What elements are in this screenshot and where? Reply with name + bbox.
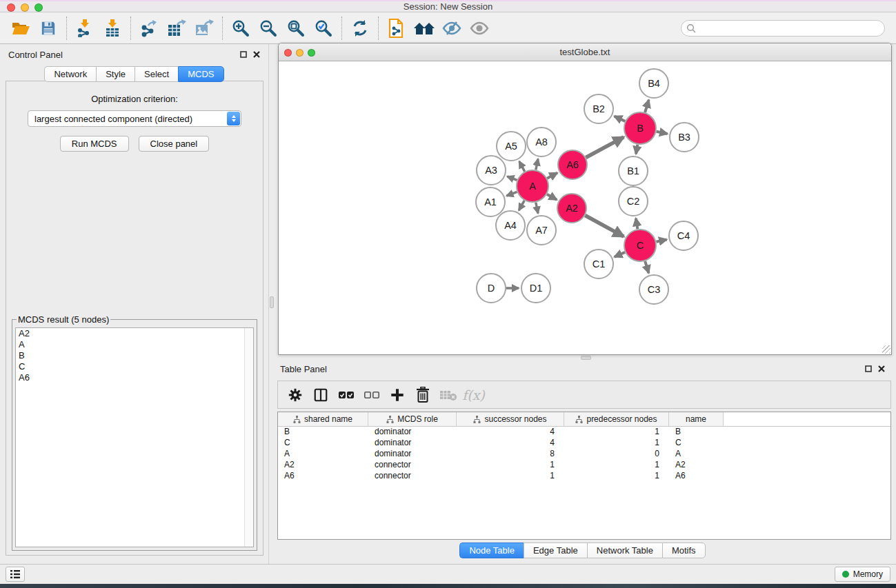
graph-node-B2[interactable]: B2 [584, 94, 613, 123]
table-settings-button[interactable] [283, 384, 306, 406]
net-zoom-icon[interactable] [308, 49, 315, 57]
zoom-fit-button[interactable] [282, 16, 310, 41]
memory-button[interactable]: Memory [835, 567, 890, 582]
graph-edge-C-C4[interactable] [656, 239, 666, 241]
select-all-button[interactable] [335, 384, 357, 406]
split-panel-button[interactable] [309, 384, 332, 406]
table-row[interactable]: Adominator80A [278, 449, 890, 460]
graph-node-D[interactable]: D [477, 274, 506, 303]
close-panel-button[interactable]: Close panel [139, 136, 210, 152]
result-item[interactable]: C [16, 361, 253, 372]
refresh-button[interactable] [346, 16, 374, 41]
result-item[interactable]: A2 [16, 328, 253, 339]
net-minimize-icon[interactable] [296, 49, 303, 57]
network-window-titlebar[interactable]: testGlobe.txt [279, 43, 891, 61]
graph-edge-A-A2[interactable] [547, 194, 557, 200]
tab-mcds[interactable]: MCDS [178, 66, 223, 82]
graph-node-A5[interactable]: A5 [497, 132, 526, 161]
table-row[interactable]: A6connector11A6 [278, 471, 890, 482]
graph-edge-A-A1[interactable] [506, 192, 517, 196]
result-item[interactable]: B [16, 350, 253, 361]
graph-node-C4[interactable]: C4 [669, 221, 698, 250]
graph-edge-B-B2[interactable] [615, 116, 626, 121]
import-table-button[interactable] [99, 16, 126, 41]
graph-edge-A6-B[interactable] [586, 137, 624, 158]
graph-node-B3[interactable]: B3 [670, 123, 699, 152]
graph-edge-C-C2[interactable] [636, 219, 637, 230]
table-row[interactable]: Bdominator41B [278, 427, 890, 438]
graph-node-C[interactable]: C [624, 230, 656, 261]
graph-node-C1[interactable]: C1 [584, 250, 613, 278]
column-header-successor-nodes[interactable]: successor nodes [457, 412, 564, 426]
column-header-shared-name[interactable]: shared name [278, 412, 368, 426]
graph-edge-A-A3[interactable] [507, 176, 517, 180]
zoom-out-button[interactable] [255, 16, 282, 41]
add-column-button[interactable] [386, 384, 408, 406]
homes-button[interactable] [410, 16, 438, 41]
result-item[interactable]: A6 [16, 372, 253, 383]
network-canvas[interactable]: B4B2BB3A5A8A6A3B1AA1C2A2A4A7C4CC1C3DD1 [279, 61, 891, 354]
graph-edge-B-B4[interactable] [645, 100, 649, 112]
share-document-button[interactable] [383, 16, 410, 41]
column-header-predecessor-nodes[interactable]: predecessor nodes [564, 412, 669, 426]
desktop-vertical-scrollbar[interactable] [270, 296, 274, 308]
deselect-all-button[interactable] [360, 384, 383, 406]
close-window-icon[interactable] [7, 3, 15, 12]
delete-column-button[interactable] [411, 384, 434, 406]
graph-edge-A-A5[interactable] [519, 161, 525, 172]
tab-network[interactable]: Network [44, 66, 96, 82]
task-history-button[interactable] [6, 567, 25, 582]
result-scrollbar[interactable] [244, 328, 253, 547]
minimize-window-icon[interactable] [21, 3, 29, 12]
net-close-icon[interactable] [284, 49, 292, 57]
zoom-window-icon[interactable] [34, 3, 43, 12]
zoom-selected-button[interactable] [310, 16, 337, 41]
show-eye-button[interactable] [466, 16, 493, 41]
graph-edge-C-C3[interactable] [645, 261, 648, 273]
graph-node-A2[interactable]: A2 [557, 194, 586, 223]
float-panel-icon[interactable] [865, 365, 872, 372]
graph-node-C2[interactable]: C2 [619, 187, 648, 216]
search-field[interactable] [681, 20, 885, 37]
close-panel-icon[interactable] [878, 365, 885, 372]
column-header-name[interactable]: name [669, 412, 724, 426]
graph-node-D1[interactable]: D1 [521, 274, 550, 303]
graph-node-A6[interactable]: A6 [558, 150, 587, 179]
graph-edge-B-B1[interactable] [636, 145, 637, 154]
save-session-button[interactable] [34, 16, 62, 41]
graph-node-A[interactable]: A [517, 170, 548, 202]
graph-edge-A-A7[interactable] [536, 203, 538, 214]
graph-edge-B-B3[interactable] [657, 132, 668, 134]
graph-edge-C-C1[interactable] [615, 252, 625, 257]
import-network-button[interactable] [71, 16, 99, 41]
open-session-button[interactable] [7, 16, 34, 41]
export-image-button[interactable] [190, 16, 218, 41]
graph-node-C3[interactable]: C3 [639, 275, 668, 304]
table-row[interactable]: A2connector11A2 [278, 460, 890, 471]
graph-node-A4[interactable]: A4 [496, 211, 525, 240]
float-panel-icon[interactable] [240, 51, 247, 58]
graph-node-B1[interactable]: B1 [619, 156, 648, 185]
close-panel-icon[interactable] [253, 51, 260, 58]
graph-edge-A-A8[interactable] [536, 159, 538, 170]
mcds-result-list[interactable]: A2ABCA6 [15, 327, 254, 547]
zoom-in-button[interactable] [227, 16, 255, 41]
graph-node-B4[interactable]: B4 [639, 69, 668, 98]
tab-motifs[interactable]: Motifs [662, 543, 706, 558]
tab-style[interactable]: Style [96, 66, 135, 82]
graph-node-A8[interactable]: A8 [527, 128, 556, 156]
graph-edge-A-A4[interactable] [519, 201, 524, 210]
tab-edge-table[interactable]: Edge Table [524, 543, 587, 558]
export-table-button[interactable] [163, 16, 190, 41]
graph-edge-A-A6[interactable] [547, 173, 557, 179]
tab-network-table[interactable]: Network Table [587, 543, 662, 558]
graph-node-B[interactable]: B [624, 112, 656, 144]
graph-edge-A2-C[interactable] [585, 216, 624, 237]
tab-node-table[interactable]: Node Table [459, 543, 524, 558]
network-graph[interactable]: B4B2BB3A5A8A6A3B1AA1C2A2A4A7C4CC1C3DD1 [279, 61, 891, 354]
criterion-select[interactable]: largest connected component (directed) [28, 110, 241, 127]
graph-node-A7[interactable]: A7 [527, 216, 556, 245]
table-row[interactable]: Cdominator41C [278, 438, 890, 449]
graph-node-A1[interactable]: A1 [476, 187, 505, 216]
export-network-button[interactable] [135, 16, 163, 41]
